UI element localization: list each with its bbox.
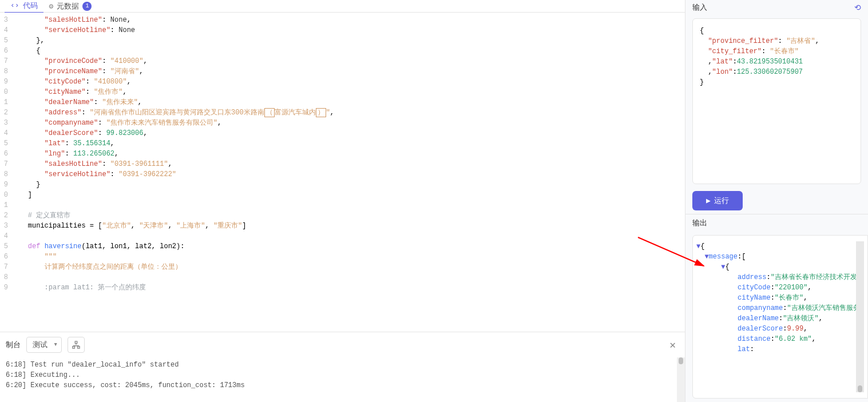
env-dropdown[interactable]: 测试 — [26, 337, 62, 353]
console-panel: 制台 测试 ✕ 6:18] Test run "dealer_local_inf… — [0, 332, 685, 402]
editor-tabs: ‹› 代码 ⚙ 元数据 1 — [0, 0, 685, 13]
run-label: 运行 — [714, 196, 729, 206]
code-body[interactable]: "salesHotLine": None, "serviceHotline": … — [11, 13, 685, 332]
code-editor[interactable]: 345678901234567890123456789 "salesHotLin… — [0, 13, 685, 332]
input-json-editor[interactable]: { "province_filter": "吉林省", "city_filter… — [692, 18, 861, 184]
run-button[interactable]: ▶ 运行 — [692, 191, 743, 210]
tab-metadata[interactable]: ⚙ 元数据 1 — [43, 0, 98, 13]
svg-rect-0 — [75, 341, 77, 344]
output-scrollbar[interactable] — [856, 241, 864, 392]
graph-button[interactable] — [68, 337, 85, 353]
metadata-badge: 1 — [82, 2, 92, 11]
svg-rect-2 — [78, 347, 80, 349]
reset-icon[interactable]: ⟲ — [854, 3, 861, 13]
sitemap-icon — [72, 341, 80, 349]
output-json-tree[interactable]: ▼{ ▼message:[ ▼{ address:"吉林省长春市经济技术开发区东… — [696, 241, 856, 392]
line-gutter: 345678901234567890123456789 — [0, 13, 11, 332]
console-scrollbar[interactable] — [677, 357, 685, 402]
close-console-button[interactable]: ✕ — [666, 337, 679, 352]
play-icon: ▶ — [706, 196, 711, 205]
tab-metadata-label: 元数据 — [57, 1, 79, 11]
tab-code[interactable]: ‹› 代码 — [5, 0, 43, 13]
settings-icon: ⚙ — [49, 2, 54, 11]
code-icon: ‹› — [10, 1, 19, 10]
tab-code-label: 代码 — [23, 1, 38, 11]
output-section-title: 输出 — [685, 214, 868, 232]
console-title: 制台 — [6, 340, 21, 350]
input-section-title: 输入 — [692, 2, 707, 13]
console-log: 6:18] Test run "dealer_local_info" start… — [0, 357, 677, 402]
svg-rect-1 — [73, 347, 75, 349]
right-panel: 输入 ⟲ { "province_filter": "吉林省", "city_f… — [685, 0, 868, 402]
